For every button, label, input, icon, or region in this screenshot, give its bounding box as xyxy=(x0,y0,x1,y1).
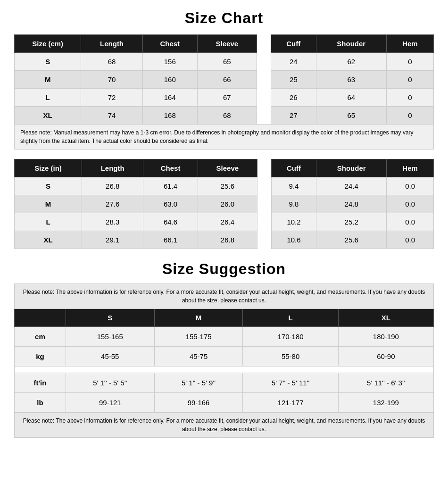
unit-kg: kg xyxy=(15,347,66,366)
table-row: XL 29.1 66.1 26.8 10.6 25.6 0.0 xyxy=(15,231,434,249)
cuff-val: 10.6 xyxy=(271,231,316,249)
cm-table-note: Please note: Manual measurement may have… xyxy=(15,125,434,150)
hem-val: 0.0 xyxy=(387,195,434,213)
cm-table-header-row: Size (cm) Length Chest Sleeve Cuff Shoud… xyxy=(15,35,434,53)
col-sleeve-cm: Sleeve xyxy=(197,35,257,53)
hem-val: 0.0 xyxy=(387,177,434,195)
col-cuff-in: Cuff xyxy=(271,159,316,177)
length-val: 29.1 xyxy=(82,231,143,249)
shouder-val: 24.4 xyxy=(316,177,387,195)
suggestion-header-row: S M L XL xyxy=(15,309,434,327)
cuff-val: 26 xyxy=(271,89,316,107)
unit-lb: lb xyxy=(15,393,66,413)
length-val: 26.8 xyxy=(82,177,143,195)
in-table-header-row: Size (in) Length Chest Sleeve Cuff Shoud… xyxy=(15,159,434,177)
cm-l: 170-180 xyxy=(243,327,338,347)
length-val: 28.3 xyxy=(82,213,143,231)
chest-val: 164 xyxy=(142,89,197,107)
cuff-val: 24 xyxy=(271,53,316,71)
table-row: M 70 160 66 25 63 0 xyxy=(15,71,434,89)
col-hem-cm: Hem xyxy=(386,35,433,53)
size-label: L xyxy=(15,213,82,231)
chest-val: 156 xyxy=(142,53,197,71)
size-label: S xyxy=(15,177,82,195)
sleeve-val: 26.4 xyxy=(198,213,257,231)
sleeve-val: 26.0 xyxy=(198,195,257,213)
size-label: M xyxy=(15,71,81,89)
hem-val: 0.0 xyxy=(387,231,434,249)
cm-size-table: Size (cm) Length Chest Sleeve Cuff Shoud… xyxy=(14,34,434,150)
suggestion-note-bottom: Please note: The above information is fo… xyxy=(15,413,434,438)
col-shouder-cm: Shouder xyxy=(316,35,386,53)
size-label: S xyxy=(15,53,81,71)
kg-m: 45-75 xyxy=(154,347,243,366)
col-s: S xyxy=(66,309,154,327)
table-row: L 28.3 64.6 26.4 10.2 25.2 0.0 xyxy=(15,213,434,231)
in-size-table: Size (in) Length Chest Sleeve Cuff Shoud… xyxy=(14,159,434,249)
hem-val: 0 xyxy=(386,89,433,107)
col-length-in: Length xyxy=(82,159,143,177)
col-chest-in: Chest xyxy=(143,159,198,177)
suggestion-spacer-row xyxy=(15,366,434,373)
sleeve-val: 25.6 xyxy=(198,177,257,195)
col-size-cm: Size (cm) xyxy=(15,35,81,53)
cm-xl: 180-190 xyxy=(338,327,433,347)
chest-val: 168 xyxy=(142,107,197,125)
sleeve-val: 67 xyxy=(197,89,257,107)
shouder-val: 65 xyxy=(316,107,386,125)
sleeve-val: 26.8 xyxy=(198,231,257,249)
suggestion-note-bottom-row: Please note: The above information is fo… xyxy=(15,413,434,438)
suggestion-ftin-row: ft'in 5' 1'' - 5' 5'' 5' 1'' - 5' 9'' 5'… xyxy=(15,373,434,393)
col-chest-cm: Chest xyxy=(142,35,197,53)
sleeve-val: 68 xyxy=(197,107,257,125)
kg-l: 55-80 xyxy=(243,347,338,366)
length-val: 27.6 xyxy=(82,195,143,213)
col-hem-in: Hem xyxy=(387,159,434,177)
col-l: L xyxy=(243,309,338,327)
suggestion-kg-row: kg 45-55 45-75 55-80 60-90 xyxy=(15,347,434,366)
sleeve-val: 65 xyxy=(197,53,257,71)
unit-ftin: ft'in xyxy=(15,373,66,393)
hem-val: 0 xyxy=(386,107,433,125)
table-row: M 27.6 63.0 26.0 9.8 24.8 0.0 xyxy=(15,195,434,213)
shouder-val: 24.8 xyxy=(316,195,387,213)
table-row: S 68 156 65 24 62 0 xyxy=(15,53,434,71)
cuff-val: 10.2 xyxy=(271,213,316,231)
length-val: 68 xyxy=(81,53,142,71)
chest-val: 66.1 xyxy=(143,231,198,249)
size-label: XL xyxy=(15,231,82,249)
chest-val: 61.4 xyxy=(143,177,198,195)
col-sleeve-in: Sleeve xyxy=(198,159,257,177)
suggestion-note-top-row: Please note: The above information is fo… xyxy=(15,284,434,309)
ftin-l: 5' 7'' - 5' 11'' xyxy=(243,373,338,393)
shouder-val: 63 xyxy=(316,71,386,89)
cuff-val: 25 xyxy=(271,71,316,89)
ftin-s: 5' 1'' - 5' 5'' xyxy=(66,373,154,393)
col-size-in: Size (in) xyxy=(15,159,82,177)
cm-s: 155-165 xyxy=(66,327,154,347)
suggestion-lb-row: lb 99-121 99-166 121-177 132-199 xyxy=(15,393,434,413)
col-m: M xyxy=(154,309,243,327)
suggestion-note-top: Please note: The above information is fo… xyxy=(15,284,434,309)
col-cuff-cm: Cuff xyxy=(271,35,316,53)
lb-xl: 132-199 xyxy=(338,393,433,413)
cm-m: 155-175 xyxy=(154,327,243,347)
ftin-m: 5' 1'' - 5' 9'' xyxy=(154,373,243,393)
hem-val: 0 xyxy=(386,71,433,89)
unit-cm: cm xyxy=(15,327,66,347)
suggestion-cm-row: cm 155-165 155-175 170-180 180-190 xyxy=(15,327,434,347)
chest-val: 160 xyxy=(142,71,197,89)
size-label: M xyxy=(15,195,82,213)
shouder-val: 64 xyxy=(316,89,386,107)
chest-val: 63.0 xyxy=(143,195,198,213)
hem-val: 0 xyxy=(386,53,433,71)
col-xl: XL xyxy=(338,309,433,327)
hem-val: 0.0 xyxy=(387,213,434,231)
page-title: Size Chart xyxy=(14,9,434,27)
cuff-val: 9.4 xyxy=(271,177,316,195)
col-shouder-in: Shouder xyxy=(316,159,387,177)
ftin-xl: 5' 11'' - 6' 3'' xyxy=(338,373,433,393)
col-gap-in xyxy=(257,159,271,177)
size-label: L xyxy=(15,89,81,107)
shouder-val: 62 xyxy=(316,53,386,71)
